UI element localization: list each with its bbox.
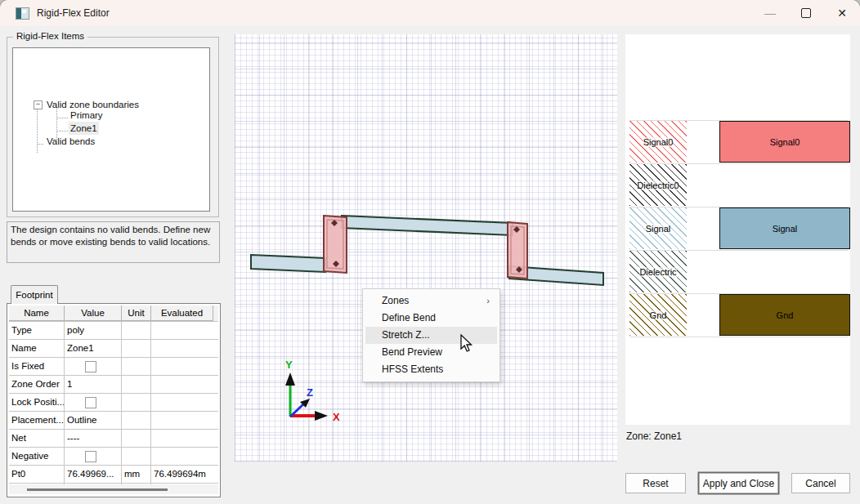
table-row: Negative [9,448,218,466]
menu-item-stretch-z[interactable]: Stretch Z... [365,327,497,344]
3d-viewport[interactable]: Y X Z [235,34,617,462]
cell-unit[interactable] [122,340,151,357]
submenu-arrow-icon: › [486,292,490,310]
cell-value[interactable]: Outline [65,412,122,429]
column-header[interactable]: Value [65,306,122,321]
tree-item-zone1[interactable]: Zone1 [69,122,99,135]
cell-evaluated[interactable] [151,376,213,393]
layer-name: Dielectric0 [637,181,679,190]
horizontal-scrollbar[interactable] [9,484,218,494]
table-row: Zone Order1 [9,376,218,394]
app-icon [16,7,29,20]
cancel-button[interactable]: Cancel [791,473,850,493]
layer-name: Signal [646,224,671,234]
mouse-cursor-icon [458,334,474,354]
group-label: Rigid-Flex Items [13,31,87,41]
layer-separator [629,337,848,337]
checkbox[interactable] [85,397,96,408]
cell-unit[interactable] [122,358,151,375]
cell-name: Lock Positi... [9,394,65,411]
stackup-panel: Signal0Signal0Dielectric0SignalSignalDie… [625,34,850,425]
cell-name: Placement... [9,412,65,429]
cell-evaluated[interactable] [151,448,213,465]
layer-name: Signal [773,224,798,234]
table-row: Placement...Outline [9,412,218,430]
titlebar: Rigid-Flex Editor — ✕ [0,0,860,26]
layer-name: Gnd [777,310,794,320]
maximize-button[interactable] [788,0,824,26]
menu-item-label: HFSS Extents [382,364,443,375]
table-row: Net---- [9,430,218,448]
menu-item-label: Stretch Z... [382,329,430,341]
cell-evaluated[interactable] [151,394,213,411]
context-menu: Zones›Define BendStretch Z...Bend Previe… [362,288,500,382]
tab-footprint[interactable]: Footprint [11,285,58,304]
layer-name: Signal0 [643,137,674,147]
minimize-button[interactable]: — [752,0,788,26]
menu-item-zones[interactable]: Zones› [365,292,497,310]
cell-name: Net [9,430,65,447]
layer-hatch-signal0: Signal0 [629,121,687,163]
cell-evaluated[interactable] [151,340,213,357]
cell-value[interactable]: 1 [65,376,122,393]
checkbox[interactable] [85,361,96,372]
apply-and-close-button[interactable]: Apply and Close [699,473,778,493]
table-row: Is Fixed [9,358,218,376]
scrollbar-thumb[interactable] [27,488,168,491]
cell-unit[interactable] [122,412,151,429]
column-header[interactable]: Unit [122,306,151,321]
menu-item-label: Bend Preview [382,346,442,358]
layer-solid-signal: Signal [719,207,850,249]
layer-name: Dielectric [639,267,676,277]
cell-value[interactable] [65,394,122,411]
axis-y-label: Y [285,359,293,371]
cell-value[interactable]: poly [65,322,122,339]
footprint-table-body: NameValueUnitEvaluatedTypepolyNameZone1I… [9,306,218,484]
table-header-row: NameValueUnitEvaluated [9,306,218,322]
cell-name: Zone Order [9,376,65,393]
menu-item-label: Zones [382,295,409,306]
cell-unit[interactable] [122,448,151,465]
cell-name: Negative [9,448,65,465]
menu-item-bend-preview[interactable]: Bend Preview [365,344,497,361]
layer-hatch-dielectric: Dielectric [629,251,687,292]
menu-item-hfss-extents[interactable]: HFSS Extents [365,361,497,378]
cell-evaluated[interactable] [151,412,213,429]
rigid-flex-tree[interactable]: − Valid zone boundaries Primary Zone1 Va… [12,47,210,212]
menu-item-define-bend[interactable]: Define Bend [365,310,497,327]
cell-unit[interactable] [122,430,151,447]
cell-unit[interactable]: mm [122,466,151,483]
reset-button[interactable]: Reset [625,473,686,493]
cell-evaluated[interactable]: 76.499694m [151,466,213,483]
cell-value[interactable] [65,358,122,375]
cell-name: Name [9,340,65,357]
cell-name: Type [9,322,65,339]
footprint-table: NameValueUnitEvaluatedTypepolyNameZone1I… [7,303,221,497]
axis-x-label: X [333,411,340,423]
cell-name: Is Fixed [9,358,65,375]
cell-value[interactable]: ---- [65,430,122,447]
cell-unit[interactable] [122,322,151,339]
checkbox[interactable] [85,451,96,462]
cell-evaluated[interactable] [151,358,213,375]
cell-evaluated[interactable] [151,322,213,339]
axis-z-label: Z [307,386,313,399]
tree-item-valid-bends[interactable]: Valid bends [45,135,96,148]
rigid-flex-editor-dialog: Rigid-Flex Editor — ✕ Rigid-Flex Items −… [0,0,860,504]
close-button[interactable]: ✕ [824,0,860,26]
maximize-icon [801,8,811,18]
cell-value[interactable] [65,448,122,465]
column-header[interactable]: Name [9,306,65,321]
table-row: Typepoly [9,322,218,340]
layer-hatch-signal: Signal [629,207,687,249]
cell-value[interactable]: 76.49969... [65,466,122,483]
cell-evaluated[interactable] [151,430,213,447]
tree-item-primary[interactable]: Primary [69,109,105,122]
cell-unit[interactable] [122,376,151,393]
cell-value[interactable]: Zone1 [65,340,122,357]
layer-hatch-gnd: Gnd [629,294,687,336]
cell-unit[interactable] [122,394,151,411]
board-segment-top [342,216,513,235]
column-header[interactable]: Evaluated [151,306,213,321]
window-title: Rigid-Flex Editor [37,7,110,19]
